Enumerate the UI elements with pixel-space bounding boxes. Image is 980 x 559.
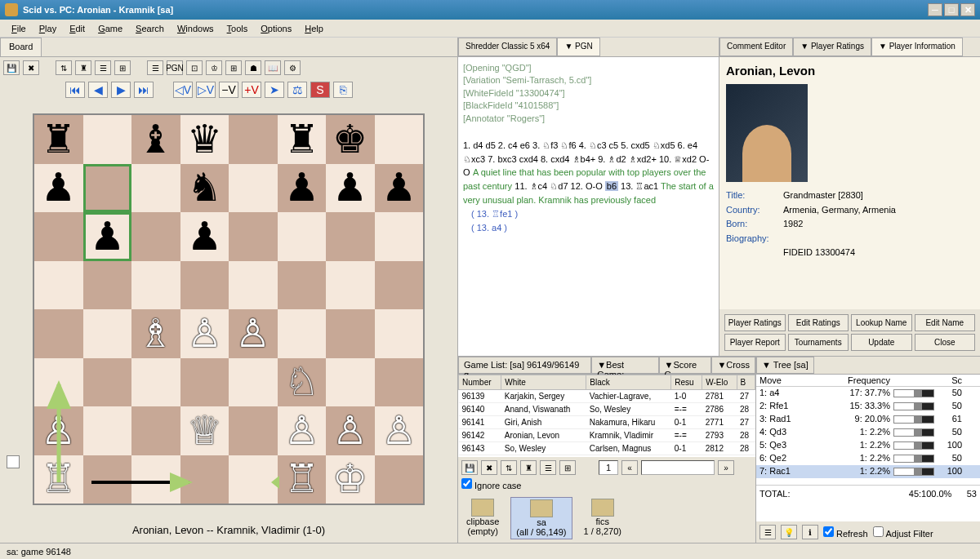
square-f7[interactable]: ♟: [278, 164, 327, 213]
square-b7[interactable]: [83, 164, 132, 213]
pgn-tab[interactable]: ▼ PGN: [557, 38, 599, 56]
square-h3[interactable]: [375, 358, 424, 407]
trial-icon[interactable]: ⚖: [287, 82, 307, 98]
filter-input[interactable]: [641, 460, 715, 475]
col-header[interactable]: Resu: [671, 375, 702, 390]
nav-back-icon[interactable]: ◀: [88, 82, 108, 98]
tree-move-row[interactable]: 3: Rad19: 20.0%61: [756, 413, 980, 426]
autoplay-icon[interactable]: ➤: [265, 82, 284, 98]
square-a2[interactable]: ♙: [34, 406, 83, 455]
nav-end-icon[interactable]: ⏭: [134, 82, 154, 98]
square-b1[interactable]: [83, 455, 132, 504]
tree-bulb-icon[interactable]: 💡: [781, 525, 797, 539]
pgn-tab[interactable]: Shredder Classic 5 x64: [458, 38, 557, 56]
tool-icon[interactable]: ♔: [206, 60, 222, 75]
square-c2[interactable]: [131, 406, 180, 455]
tool-icon[interactable]: ⊞: [559, 460, 576, 475]
gamelist-tab[interactable]: ▼Best Game:: [591, 357, 658, 374]
pgn-variation[interactable]: ( 13. a4 ): [471, 223, 507, 233]
tree-content[interactable]: Move Frequency Sc 1: a417: 37.7%502: Rfe…: [756, 375, 980, 521]
engine-toggle-icon[interactable]: S: [310, 82, 330, 98]
square-e1[interactable]: [229, 455, 278, 504]
square-h2[interactable]: ♙: [375, 406, 424, 455]
square-e3[interactable]: [229, 358, 278, 407]
minimize-button[interactable]: ─: [928, 3, 942, 16]
page-prev-button[interactable]: «: [621, 460, 638, 475]
square-f8[interactable]: ♜: [278, 115, 327, 164]
square-e7[interactable]: [229, 164, 278, 213]
tree-info-icon[interactable]: ℹ: [802, 525, 818, 539]
lookup-name-button[interactable]: Lookup Name: [851, 314, 912, 331]
close-button[interactable]: ✕: [960, 3, 975, 16]
menu-search[interactable]: Search: [129, 22, 171, 35]
maximize-button[interactable]: □: [944, 3, 959, 16]
var-enter-icon[interactable]: −V: [219, 82, 238, 98]
col-header[interactable]: White: [501, 375, 586, 390]
square-d5[interactable]: [180, 261, 229, 310]
square-c1[interactable]: [131, 455, 180, 504]
square-b2[interactable]: [83, 406, 132, 455]
tool-icon[interactable]: ☰: [95, 60, 111, 75]
tree-move-row[interactable]: 7: Rac11: 2.2%100: [756, 465, 980, 478]
square-f3[interactable]: ♘: [278, 358, 327, 407]
square-e6[interactable]: [229, 212, 278, 261]
square-d3[interactable]: [180, 358, 229, 407]
close-button[interactable]: Close: [915, 334, 976, 351]
square-c8[interactable]: ♝: [131, 115, 180, 164]
piece-wb[interactable]: ♗: [138, 314, 173, 353]
game-row[interactable]: 96139Karjakin, SergeyVachier-Lagrave,1-0…: [459, 390, 755, 403]
piece-bk[interactable]: ♚: [332, 120, 368, 159]
database-sa[interactable]: sa(all / 96,149): [510, 497, 572, 539]
tree-tab[interactable]: ▼ Tree [sa]: [756, 357, 814, 374]
square-e5[interactable]: [229, 261, 278, 310]
square-g5[interactable]: [326, 261, 375, 310]
player-tab[interactable]: ▼ Player Ratings: [793, 38, 871, 56]
square-h7[interactable]: ♟: [375, 164, 424, 213]
piece-bp[interactable]: ♟: [381, 168, 416, 207]
col-header[interactable]: B: [737, 375, 755, 390]
menu-tools[interactable]: Tools: [220, 22, 255, 35]
ignore-case-checkbox[interactable]: Ignore case: [461, 478, 521, 490]
square-h1[interactable]: [375, 455, 424, 504]
board-tab[interactable]: Board: [0, 38, 42, 56]
game-row[interactable]: 96141Giri, AnishNakamura, Hikaru0-127712…: [459, 416, 755, 429]
square-d2[interactable]: ♕: [180, 406, 229, 455]
piece-wp[interactable]: ♙: [41, 411, 76, 450]
square-b4[interactable]: [83, 309, 132, 358]
edit-name-button[interactable]: Edit Name: [915, 314, 976, 331]
tree-move-row[interactable]: 4: Qd31: 2.2%50: [756, 426, 980, 439]
player-tab[interactable]: ▼ Player Information: [871, 38, 963, 56]
square-b3[interactable]: [83, 358, 132, 407]
tree-move-row[interactable]: 6: Qe21: 2.2%50: [756, 452, 980, 465]
square-c4[interactable]: ♗: [131, 309, 180, 358]
tree-list-icon[interactable]: ☰: [760, 525, 776, 539]
piece-wr[interactable]: ♖: [41, 459, 76, 499]
save-icon[interactable]: 💾: [461, 460, 478, 475]
adjust-filter-checkbox[interactable]: Adjust Filter: [873, 526, 933, 539]
book-icon[interactable]: 📖: [265, 60, 281, 75]
square-a7[interactable]: ♟: [34, 164, 83, 213]
tool-icon[interactable]: ♜: [75, 60, 91, 75]
tool-icon[interactable]: ☰: [540, 460, 556, 475]
square-d1[interactable]: [180, 455, 229, 504]
square-c5[interactable]: [131, 261, 180, 310]
square-f6[interactable]: [278, 212, 327, 261]
menu-file[interactable]: File: [5, 22, 33, 35]
tool-icon[interactable]: ⊞: [225, 60, 242, 75]
piece-wp[interactable]: ♙: [284, 411, 319, 450]
square-f1[interactable]: ♖: [278, 455, 327, 504]
game-row[interactable]: 96142Aronian, LevonKramnik, Vladimir=-=2…: [459, 429, 755, 442]
square-a8[interactable]: ♜: [34, 115, 83, 164]
square-e2[interactable]: [229, 406, 278, 455]
tool-icon[interactable]: ⊡: [186, 60, 203, 75]
square-e4[interactable]: ♙: [229, 309, 278, 358]
square-a5[interactable]: [34, 261, 83, 310]
refresh-checkbox[interactable]: Refresh: [823, 526, 868, 539]
close-game-icon[interactable]: ✖: [23, 60, 39, 75]
save-icon[interactable]: 💾: [3, 60, 20, 75]
piece-br[interactable]: ♜: [41, 120, 76, 159]
gamelist-icon[interactable]: ☰: [147, 60, 163, 75]
del-icon[interactable]: ✖: [481, 460, 497, 475]
menu-edit[interactable]: Edit: [63, 22, 91, 35]
square-h6[interactable]: [375, 212, 424, 261]
